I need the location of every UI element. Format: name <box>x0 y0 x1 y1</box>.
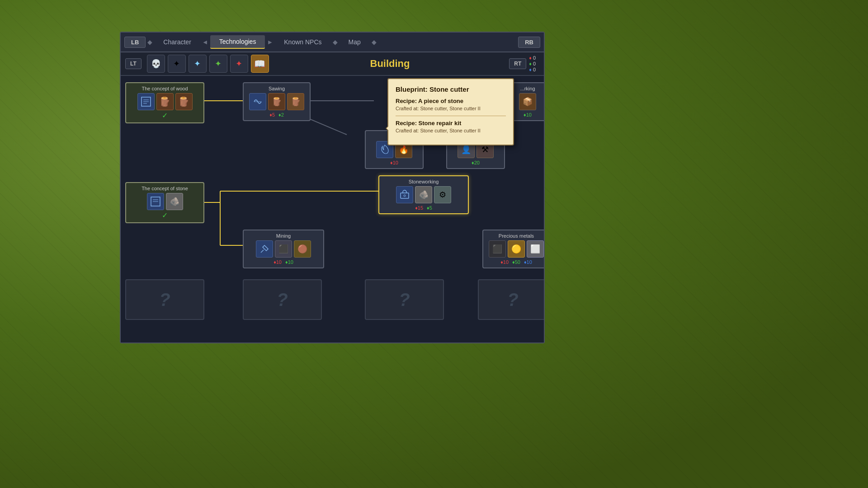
mining-cost-green: ♦10 <box>285 259 293 265</box>
fire-cost-red: ♦10 <box>390 160 398 165</box>
mining-costs: ♦10 ♦10 <box>246 259 321 265</box>
working-cost: ♦10 <box>524 112 532 117</box>
svg-point-18 <box>404 195 406 197</box>
concept-wood-icons: 🪵 🪵 <box>129 93 201 110</box>
tech-mining[interactable]: Mining ⬛ 🟤 ♦10 ♦10 <box>243 230 324 268</box>
cat-skull[interactable]: 💀 <box>147 55 165 73</box>
sawing-log: 🪵 <box>268 93 285 110</box>
recipe-1-desc: Crafted at: Stone cutter, Stone cutter I… <box>396 105 506 112</box>
tooltip-recipe-1: Recipe: A piece of stone Crafted at: Sto… <box>396 98 506 112</box>
sawing-stump: 🪵 <box>287 93 304 110</box>
svg-line-19 <box>261 250 264 253</box>
stoneworking-cost-green: ♦5 <box>427 205 432 211</box>
resource-display: ♦ 0 ♦ 0 ♦ 0 <box>529 55 536 72</box>
tech-concept-wood[interactable]: The concept of wood 🪵 🪵 ✓ <box>125 82 204 123</box>
lb-button[interactable]: LB <box>124 37 146 48</box>
recipe-1-name: Recipe: A piece of stone <box>396 98 506 104</box>
mining-icons: ⬛ 🟤 <box>246 240 321 258</box>
mining-cost-red: ♦10 <box>274 259 282 265</box>
stoneworking-icons: 🪨 ⚙ <box>382 186 465 203</box>
precious-costs: ♦10 ♦50 ♦10 <box>486 259 544 265</box>
stoneworking-title: Stoneworking <box>382 179 465 184</box>
sawing-blueprint <box>249 93 266 110</box>
working-item: 📦 <box>519 93 536 110</box>
unknown-icon-1: ? <box>159 290 170 310</box>
stoneworking-stone: 🪨 <box>415 186 432 203</box>
category-title: Building <box>276 58 504 70</box>
rt-button[interactable]: RT <box>509 58 526 69</box>
tab-known-npcs[interactable]: Known NPCs <box>275 36 330 48</box>
unknown-node-1[interactable]: ? <box>125 279 204 320</box>
tab-map[interactable]: Map <box>340 36 370 48</box>
unknown-icon-2: ? <box>277 290 288 310</box>
wood-icon: 🪵 <box>175 93 193 110</box>
working-costs: ♦10 <box>513 112 542 117</box>
concept-wood-title: The concept of wood <box>129 86 201 91</box>
sawing-cost-red: ♦5 <box>269 112 275 117</box>
precious-title: Precious metals <box>486 233 544 239</box>
resource-red-value: 0 <box>533 55 536 61</box>
concept-stone-title: The concept of stone <box>129 186 201 191</box>
tooltip-title: Blueprint: Stone cutter <box>396 85 506 93</box>
unknown-icon-4: ? <box>507 290 518 310</box>
precious-dark: ⬛ <box>489 240 506 258</box>
resource-blue-icon: ♦ <box>529 67 532 72</box>
sawing-icons: 🪵 🪵 <box>246 93 307 110</box>
cutter-costs: ♦20 <box>450 160 501 165</box>
precious-icons: ⬛ 🟡 ⬜ <box>486 240 544 258</box>
resource-blue-value: 0 <box>533 67 536 72</box>
precious-silver: ⬜ <box>527 240 544 258</box>
recipe-2-name: Recipe: Stone repair kit <box>396 120 506 127</box>
nav-divider-3: ► <box>267 38 273 46</box>
mining-ore2: 🟤 <box>294 240 311 258</box>
rb-button[interactable]: RB <box>518 37 540 48</box>
cat-sun[interactable]: ✦ <box>168 55 186 73</box>
precious-cost-blue: ♦10 <box>524 259 532 265</box>
tab-character[interactable]: Character <box>154 36 200 48</box>
stone-item: 🪨 <box>166 193 183 210</box>
tech-working[interactable]: ...rking 📦 ♦10 <box>509 82 544 121</box>
unknown-icon-3: ? <box>399 290 410 310</box>
working-title: ...rking <box>513 86 542 91</box>
nav-divider-5: ◆ <box>372 38 377 46</box>
resource-green-value: 0 <box>533 61 536 66</box>
cat-leaf[interactable]: ✦ <box>209 55 227 73</box>
stoneworking-costs: ♦15 ♦5 <box>382 205 465 211</box>
tooltip-divider <box>396 116 506 116</box>
stone-checkmark: ✓ <box>129 211 201 220</box>
cat-book[interactable]: 📖 <box>251 55 269 73</box>
resource-red-icon: ♦ <box>529 55 532 61</box>
log-icon: 🪵 <box>156 93 174 110</box>
working-icons: 📦 <box>513 93 542 110</box>
unknown-node-3[interactable]: ? <box>365 279 444 320</box>
leaf-icon: ✦ <box>215 59 222 69</box>
nav-divider-2: ◄ <box>202 38 208 46</box>
sun-icon: ✦ <box>173 59 180 69</box>
fire-costs: ♦10 <box>368 160 420 165</box>
cat-shield[interactable]: ✦ <box>230 55 248 73</box>
tech-tree-area: The concept of wood 🪵 🪵 ✓ Sawing <box>121 76 544 343</box>
tech-sawing[interactable]: Sawing 🪵 🪵 ♦5 ♦2 <box>243 82 311 121</box>
tech-concept-stone[interactable]: The concept of stone 🪨 ✓ <box>125 182 204 223</box>
stoneworking-cost-red: ♦15 <box>415 205 423 211</box>
unknown-node-4[interactable]: ? <box>478 279 544 320</box>
tab-technologies[interactable]: Technologies <box>210 35 265 49</box>
tech-stoneworking[interactable]: Stoneworking 🪨 ⚙ ♦15 ♦5 <box>378 175 469 214</box>
sawing-costs: ♦5 ♦2 <box>246 112 307 117</box>
unknown-node-2[interactable]: ? <box>243 279 322 320</box>
mining-blueprint <box>256 240 273 258</box>
precious-cost-green: ♦50 <box>512 259 520 265</box>
sawing-cost-green: ♦2 <box>278 112 284 117</box>
wood-checkmark: ✓ <box>129 111 201 120</box>
tech-precious-metals[interactable]: Precious metals ⬛ 🟡 ⬜ ♦10 ♦50 ♦10 <box>482 230 544 268</box>
cutter-cost: ♦20 <box>472 160 480 165</box>
nav-divider-1: ◆ <box>147 38 152 46</box>
blueprint-icon <box>137 93 155 110</box>
sawing-title: Sawing <box>246 86 307 91</box>
stone-blueprint <box>147 193 164 210</box>
lt-button[interactable]: LT <box>125 58 142 69</box>
cat-feather[interactable]: ✦ <box>189 55 207 73</box>
mining-title: Mining <box>246 233 321 239</box>
skull-icon: 💀 <box>151 59 161 69</box>
category-bar: LT 💀 ✦ ✦ ✦ ✦ 📖 Building RT ♦ 0 ♦ 0 <box>121 52 544 76</box>
